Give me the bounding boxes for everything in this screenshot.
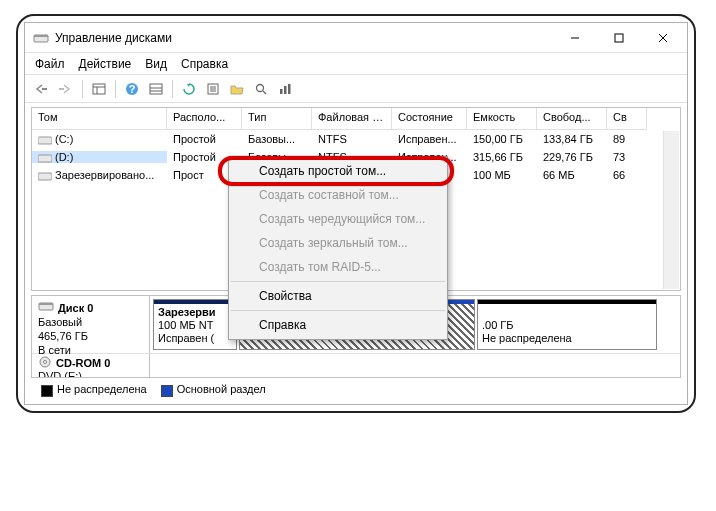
- legend-swatch: [161, 385, 173, 397]
- partition[interactable]: Зарезерви 100 МБ NT Исправен (: [153, 299, 237, 350]
- search-icon[interactable]: [250, 78, 272, 100]
- legend-swatch: [41, 385, 53, 397]
- context-menu: Создать простой том... Создать составной…: [228, 156, 448, 340]
- table-header: Том Располо... Тип Файловая с... Состоян…: [32, 108, 680, 130]
- svg-rect-26: [38, 155, 52, 162]
- ctx-create-simple-volume[interactable]: Создать простой том...: [229, 159, 447, 183]
- ctx-create-mirrored-volume[interactable]: Создать зеркальный том...: [229, 231, 447, 255]
- col-fs[interactable]: Файловая с...: [312, 108, 392, 130]
- menu-help[interactable]: Справка: [181, 57, 228, 71]
- col-layout[interactable]: Располо...: [167, 108, 242, 130]
- separator: [231, 310, 445, 311]
- refresh-icon[interactable]: [178, 78, 200, 100]
- col-free[interactable]: Свобод...: [537, 108, 607, 130]
- svg-rect-22: [280, 89, 283, 94]
- cdrom-icon: [38, 356, 52, 370]
- ctx-help[interactable]: Справка: [229, 313, 447, 337]
- open-icon[interactable]: [226, 78, 248, 100]
- col-pct[interactable]: Св: [607, 108, 647, 130]
- col-volume[interactable]: Том: [32, 108, 167, 130]
- svg-rect-29: [39, 303, 53, 305]
- properties-icon[interactable]: [202, 78, 224, 100]
- svg-rect-3: [615, 34, 623, 42]
- partition-unallocated[interactable]: .00 ГБ Не распределена: [477, 299, 657, 350]
- svg-rect-6: [42, 88, 47, 90]
- window-title: Управление дисками: [55, 31, 172, 45]
- menu-view[interactable]: Вид: [145, 57, 167, 71]
- svg-rect-13: [150, 84, 162, 94]
- help-button[interactable]: ?: [121, 78, 143, 100]
- scrollbar[interactable]: [663, 131, 679, 289]
- volume-icon: [38, 153, 52, 163]
- view-button[interactable]: [88, 78, 110, 100]
- ctx-create-raid5-volume[interactable]: Создать том RAID-5...: [229, 255, 447, 279]
- disk-row: CD-ROM 0 DVD (E:): [32, 354, 680, 378]
- list-button[interactable]: [145, 78, 167, 100]
- menu-action[interactable]: Действие: [79, 57, 132, 71]
- svg-rect-1: [34, 35, 48, 37]
- minimize-button[interactable]: [553, 24, 597, 52]
- back-button[interactable]: [31, 78, 53, 100]
- menu-bar: Файл Действие Вид Справка: [25, 53, 687, 75]
- menu-file[interactable]: Файл: [35, 57, 65, 71]
- svg-point-20: [257, 84, 264, 91]
- table-row[interactable]: (C:) Простой Базовы... NTFS Исправен... …: [32, 130, 680, 148]
- svg-rect-27: [38, 173, 52, 180]
- svg-point-31: [44, 361, 47, 364]
- svg-line-21: [263, 91, 266, 94]
- ctx-create-striped-volume[interactable]: Создать чередующийся том...: [229, 207, 447, 231]
- svg-rect-7: [59, 88, 64, 90]
- ctx-create-spanned-volume[interactable]: Создать составной том...: [229, 183, 447, 207]
- svg-rect-24: [288, 84, 291, 94]
- forward-button[interactable]: [55, 78, 77, 100]
- app-icon: [33, 32, 49, 44]
- volume-icon: [38, 171, 52, 181]
- ctx-properties[interactable]: Свойства: [229, 284, 447, 308]
- maximize-button[interactable]: [597, 24, 641, 52]
- svg-rect-8: [93, 84, 105, 94]
- svg-rect-23: [284, 86, 287, 94]
- disk-header[interactable]: Диск 0 Базовый 465,76 ГБ В сети: [32, 296, 150, 353]
- disk-header[interactable]: CD-ROM 0 DVD (E:): [32, 354, 150, 378]
- app-window: Управление дисками Файл Действие Вид Спр…: [16, 14, 696, 413]
- disk-icon: [38, 300, 54, 315]
- legend: Не распределена Основной раздел: [31, 380, 681, 400]
- chart-icon[interactable]: [274, 78, 296, 100]
- col-type[interactable]: Тип: [242, 108, 312, 130]
- col-status[interactable]: Состояние: [392, 108, 467, 130]
- col-capacity[interactable]: Емкость: [467, 108, 537, 130]
- volume-icon: [38, 135, 52, 145]
- svg-rect-25: [38, 137, 52, 144]
- tool-bar: ?: [25, 75, 687, 103]
- close-button[interactable]: [641, 24, 685, 52]
- svg-text:?: ?: [129, 83, 136, 95]
- separator: [231, 281, 445, 282]
- title-bar: Управление дисками: [25, 23, 687, 53]
